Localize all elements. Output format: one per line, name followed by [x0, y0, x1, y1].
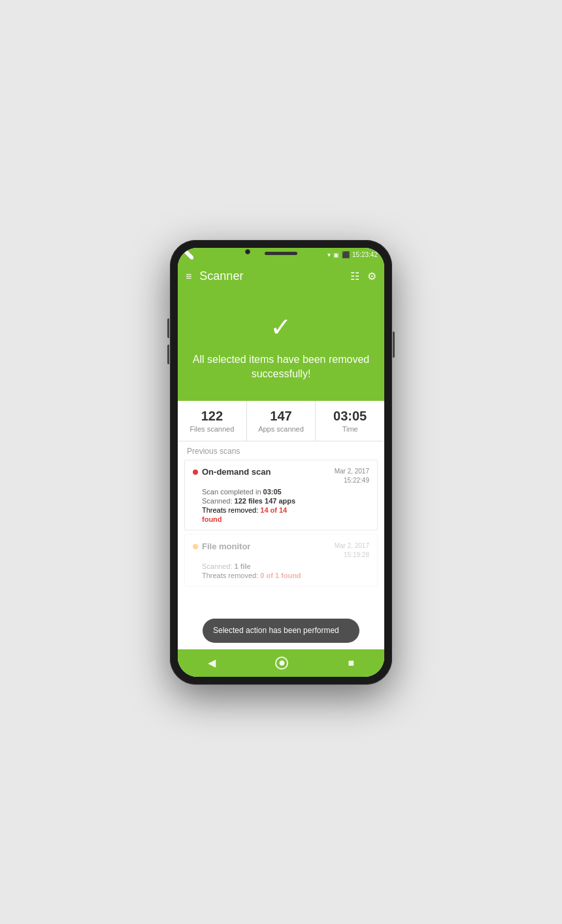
volume-down-button[interactable] [167, 345, 169, 364]
log-button[interactable]: ☷ [350, 270, 359, 282]
scan-1-status-dot [193, 470, 198, 475]
files-scanned-stat: 122 Files scanned [178, 401, 247, 441]
success-message: All selected items have been removed suc… [191, 352, 371, 382]
scan-card-2[interactable]: File monitor Mar 2, 2017 15:19:28 Scanne… [184, 534, 378, 587]
success-checkmark: ✓ [265, 311, 297, 343]
signal-icon: ▣ [333, 252, 339, 258]
scan-1-detail2: Scanned: 122 files 147 apps [193, 497, 369, 505]
scan-1-date: Mar 2, 2017 15:22:49 [335, 467, 369, 485]
previous-scans-label: Previous scans [178, 441, 384, 460]
scan-card-2-title-row: File monitor [193, 541, 250, 551]
scan-2-threats: Threats removed: 0 of 1 found [193, 572, 369, 579]
scan-1-detail1: Scan completed in 03:05 [193, 488, 369, 496]
scan-card-2-header: File monitor Mar 2, 2017 15:19:28 [193, 541, 369, 560]
time-value: 03:05 [333, 409, 367, 424]
recent-button[interactable]: ■ [348, 657, 355, 669]
phone-screen: ▾ ▣ ⬛ 15:23:42 ≡ Scanner ☷ ⚙ ✓ All selec… [178, 248, 384, 677]
checkmark-icon: ✓ [270, 314, 292, 340]
settings-button[interactable]: ⚙ [367, 270, 376, 282]
scan-1-threats: Threats removed: 14 of 14 [193, 506, 369, 514]
scan-2-status-dot [193, 544, 198, 549]
battery-icon: ⬛ [342, 251, 350, 258]
scan-2-date: Mar 2, 2017 15:19:28 [335, 541, 369, 560]
time-stat: 03:05 Time [316, 401, 384, 441]
apps-scanned-label: Apps scanned [258, 425, 304, 433]
status-bar-right: ▾ ▣ ⬛ 15:23:42 [327, 251, 378, 258]
scan-1-found: found [193, 515, 369, 523]
volume-up-button[interactable] [167, 318, 169, 338]
status-time: 15:23:42 [352, 251, 378, 258]
menu-button[interactable]: ≡ [186, 271, 191, 282]
previous-scans-section: Previous scans On-demand scan Mar 2, 201… [178, 441, 384, 649]
power-button[interactable] [393, 332, 395, 358]
scan-card-1[interactable]: On-demand scan Mar 2, 2017 15:22:49 Scan… [184, 460, 378, 530]
scan-card-1-title-row: On-demand scan [193, 467, 271, 477]
scan-2-detail1: Scanned: 1 file [193, 562, 369, 570]
time-label: Time [342, 425, 358, 433]
toolbar-icons: ☷ ⚙ [350, 270, 376, 282]
back-button[interactable]: ◀ [208, 657, 216, 669]
phone-frame: ▾ ▣ ⬛ 15:23:42 ≡ Scanner ☷ ⚙ ✓ All selec… [170, 240, 392, 685]
files-scanned-label: Files scanned [190, 425, 234, 433]
phone-speaker [265, 252, 297, 255]
phone-camera [245, 249, 250, 254]
hero-section: ✓ All selected items have been removed s… [178, 291, 384, 402]
status-bar-left [184, 250, 193, 260]
wifi-icon: ▾ [327, 251, 331, 258]
toast-message: Selected action has been performed [203, 619, 359, 643]
scan-card-1-header: On-demand scan Mar 2, 2017 15:22:49 [193, 467, 369, 485]
n-logo-icon [184, 250, 193, 260]
files-scanned-value: 122 [201, 409, 223, 424]
toolbar-title: Scanner [199, 269, 350, 283]
scan-2-title: File monitor [202, 541, 250, 551]
toolbar: ≡ Scanner ☷ ⚙ [178, 262, 384, 291]
home-button[interactable]: ⬤ [275, 657, 288, 670]
stats-row: 122 Files scanned 147 Apps scanned 03:05… [178, 401, 384, 441]
scan-1-title: On-demand scan [202, 467, 271, 477]
apps-scanned-stat: 147 Apps scanned [247, 401, 316, 441]
apps-scanned-value: 147 [270, 409, 291, 424]
nav-bar: ◀ ⬤ ■ [178, 649, 384, 677]
status-bar: ▾ ▣ ⬛ 15:23:42 [178, 248, 384, 262]
toast-text: Selected action has been performed [213, 626, 339, 635]
